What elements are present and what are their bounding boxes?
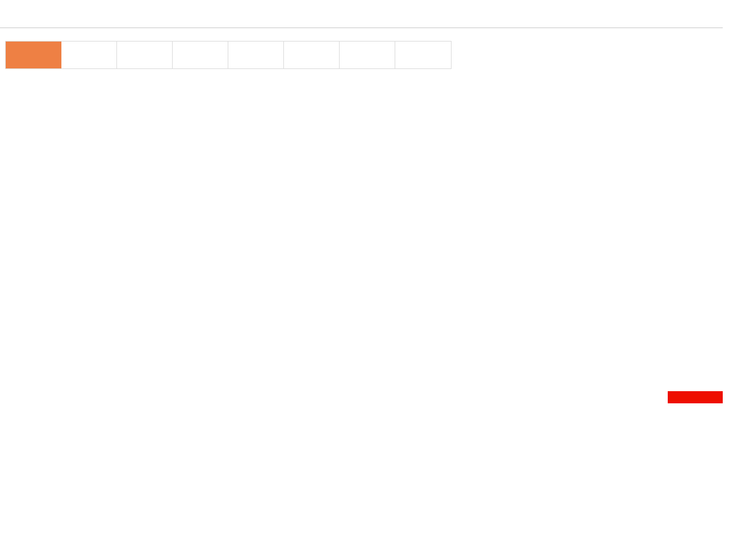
kline-page: [0, 0, 756, 535]
ma-readout: [9, 93, 39, 102]
last-price-tag: [668, 391, 723, 403]
kline-chart[interactable]: [0, 0, 756, 535]
macd-readout: [9, 416, 39, 426]
kdj-readout: [9, 521, 39, 531]
ohlc-readout: [9, 77, 53, 86]
